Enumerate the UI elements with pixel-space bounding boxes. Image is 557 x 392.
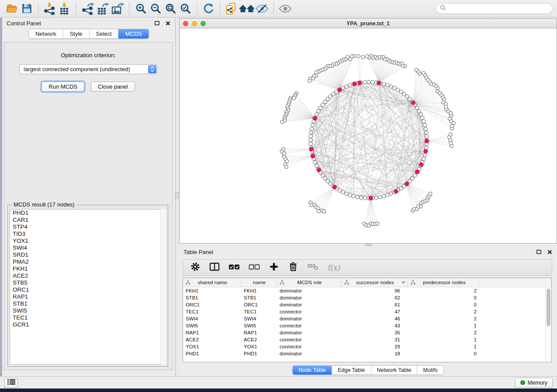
apply-layout-button[interactable] [201, 1, 216, 16]
table-scrollbar[interactable] [545, 288, 551, 361]
vertical-splitter[interactable] [176, 17, 179, 376]
tab-select[interactable]: Select [89, 29, 118, 38]
mcds-node-item[interactable]: CAR1 [10, 217, 166, 224]
splitter-handle[interactable] [176, 192, 179, 199]
table-cell[interactable]: connector [277, 323, 342, 328]
search-field[interactable] [436, 3, 553, 14]
open-session-button[interactable] [4, 1, 19, 16]
mcds-node-item[interactable]: STP4 [10, 224, 166, 230]
mcds-node-item[interactable]: GCR1 [10, 321, 166, 328]
mcds-node-item[interactable]: PHD1 [10, 210, 166, 217]
table-cell[interactable]: 62 [342, 295, 408, 300]
task-history-button[interactable] [4, 378, 18, 388]
table-cell[interactable]: connector [277, 337, 342, 342]
zoom-out-button[interactable] [148, 1, 163, 16]
show-hidden-button[interactable] [278, 1, 293, 16]
table-cell[interactable]: connector [277, 344, 342, 349]
tab-style[interactable]: Style [63, 29, 89, 38]
minimize-window-icon[interactable] [192, 21, 197, 26]
table-cell[interactable]: SWI4 [183, 316, 241, 321]
table-cell[interactable]: 47 [342, 309, 408, 314]
table-cell[interactable]: PHD1 [183, 351, 241, 356]
clone-network-button[interactable] [224, 1, 239, 16]
delete-column-button[interactable] [288, 261, 298, 274]
criterion-select[interactable]: largest connected component (undirected) [19, 64, 157, 74]
table-cell[interactable]: TEC1 [183, 309, 241, 314]
splitter-handle[interactable] [365, 244, 371, 246]
table-row[interactable]: FKH1FKH1dominator962 [183, 287, 551, 294]
column-header-successor-nodes[interactable]: successor nodes [342, 278, 408, 287]
table-row[interactable]: ORC1ORC1dominator610 [183, 301, 551, 308]
table-cell[interactable]: dominator [277, 316, 342, 321]
mcds-node-item[interactable]: TEC1 [10, 314, 166, 321]
table-row[interactable]: TEC1TEC1connector472 [183, 308, 551, 315]
table-cell[interactable]: 0 [408, 295, 480, 300]
tab-node-table[interactable]: Node Table [293, 366, 332, 375]
export-image-button[interactable] [110, 1, 125, 16]
table-row[interactable]: YOX1YOX1connector291 [183, 343, 551, 350]
select-all-button[interactable] [228, 261, 240, 274]
table-cell[interactable]: RAP1 [183, 330, 241, 335]
add-column-button[interactable] [269, 261, 279, 274]
table-cell[interactable]: SWI4 [241, 316, 277, 321]
show-column-button[interactable] [209, 261, 220, 274]
table-cell[interactable]: dominator [277, 295, 342, 300]
run-mcds-button[interactable]: Run MCDS [42, 82, 84, 92]
scrollbar-thumb[interactable] [547, 289, 550, 326]
table-cell[interactable]: STB1 [183, 295, 241, 300]
mcds-node-item[interactable]: STB5 [10, 279, 166, 286]
table-cell[interactable]: SWI5 [183, 323, 241, 328]
mcds-node-item[interactable]: TID3 [10, 230, 166, 237]
column-header-shared-name[interactable]: shared name [183, 278, 241, 287]
table-cell[interactable]: 1 [408, 323, 480, 328]
table-cell[interactable]: 1 [408, 337, 480, 342]
horizontal-splitter[interactable] [179, 244, 557, 247]
save-session-button[interactable] [19, 1, 34, 16]
table-cell[interactable]: dominator [277, 330, 342, 335]
table-cell[interactable]: 31 [342, 337, 408, 342]
column-header-MCDS-role[interactable]: MCDS role [277, 278, 342, 287]
float-panel-icon[interactable] [154, 20, 160, 26]
tab-network[interactable]: Network [29, 29, 63, 38]
close-panel-button[interactable]: Close panel [91, 82, 135, 92]
table-cell[interactable]: 1 [408, 344, 480, 349]
table-cell[interactable]: 2 [408, 288, 480, 293]
close-window-icon[interactable] [183, 21, 188, 26]
table-cell[interactable]: 0 [408, 302, 480, 307]
mcds-list-scrollbar[interactable] [160, 209, 166, 364]
table-cell[interactable]: dominator [277, 288, 342, 293]
float-panel-icon[interactable] [536, 249, 542, 255]
memory-button[interactable]: Memory [515, 378, 553, 388]
table-cell[interactable]: 96 [342, 288, 408, 293]
mcds-node-item[interactable]: SRD1 [10, 251, 166, 258]
mcds-node-item[interactable]: SWI5 [10, 307, 166, 314]
table-cell[interactable]: PHD1 [241, 351, 277, 356]
network-canvas[interactable] [180, 28, 557, 243]
table-cell[interactable]: 29 [342, 344, 408, 349]
table-cell[interactable]: 46 [342, 316, 408, 321]
zoom-in-button[interactable] [133, 1, 148, 16]
tab-network-table[interactable]: Network Table [371, 366, 417, 375]
tab-mcds[interactable]: MCDS [118, 29, 149, 38]
mcds-node-item[interactable]: FKH1 [10, 265, 166, 272]
zoom-selected-button[interactable] [178, 1, 193, 16]
table-row[interactable]: RAP1RAP1dominator352 [183, 329, 551, 336]
mcds-node-item[interactable]: PMA2 [10, 258, 166, 265]
sort-chevron-icon[interactable] [400, 281, 405, 284]
table-cell[interactable]: 2 [408, 330, 480, 335]
table-cell[interactable]: ACE2 [241, 337, 277, 342]
hide-selected-button[interactable] [255, 1, 270, 16]
table-cell[interactable]: ACE2 [183, 337, 241, 342]
mcds-result-list[interactable]: PHD1CAR1STP4TID3YOX1SWI4SRD1PMA2FKH1ACE2… [10, 209, 166, 364]
zoom-fit-button[interactable] [163, 1, 178, 16]
tab-motifs[interactable]: Motifs [417, 366, 443, 375]
close-panel-icon[interactable] [547, 249, 553, 255]
table-cell[interactable]: 43 [342, 323, 408, 328]
table-cell[interactable]: 35 [342, 330, 408, 335]
table-row[interactable]: ACE2ACE2connector311 [183, 336, 551, 343]
import-table-button[interactable] [57, 1, 72, 16]
column-header-predecessor-nodes[interactable]: predecessor nodes [408, 278, 480, 287]
table-cell[interactable]: connector [277, 309, 342, 314]
table-cell[interactable]: STB1 [241, 295, 277, 300]
table-cell[interactable]: 61 [342, 302, 408, 307]
